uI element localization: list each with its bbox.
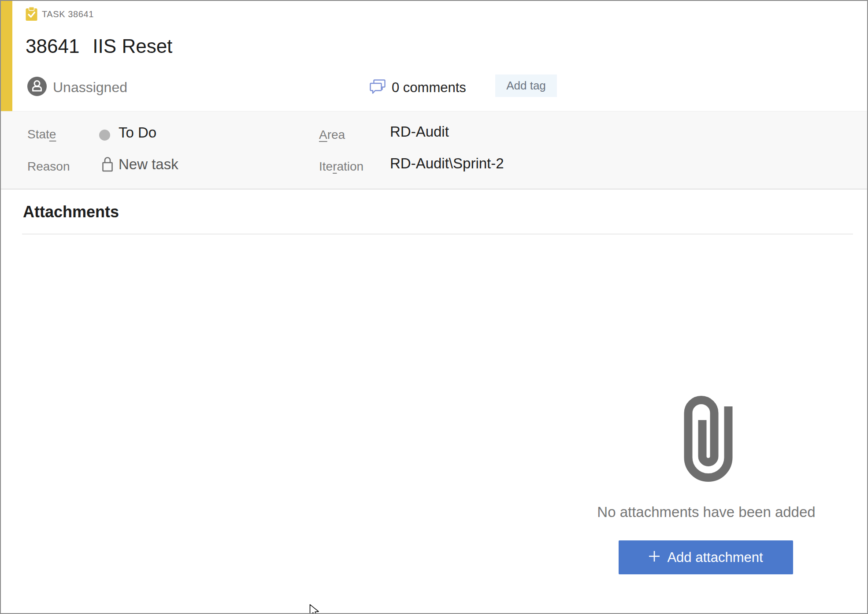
lock-icon <box>101 156 114 175</box>
speech-bubbles-icon <box>369 79 386 97</box>
attachments-heading: Attachments <box>23 203 119 221</box>
work-item-id: 38641 <box>26 35 79 57</box>
add-attachment-button[interactable]: Add attachment <box>619 540 793 574</box>
iteration-value[interactable]: RD-Audit\Sprint-2 <box>390 155 504 172</box>
person-icon <box>27 76 47 98</box>
state-label: State <box>27 127 56 141</box>
assignee-name: Unassigned <box>53 79 127 96</box>
fields-panel <box>1 111 867 190</box>
area-value[interactable]: RD-Audit <box>390 123 449 140</box>
paperclip-icon <box>684 395 733 484</box>
comments-link[interactable]: 0 comments <box>369 79 466 97</box>
work-item-type-accent-bar <box>1 1 12 111</box>
assignee-field[interactable]: Unassigned <box>27 76 127 98</box>
state-dot-icon <box>99 130 110 141</box>
area-label: Area <box>319 128 345 142</box>
reason-label: Reason <box>27 160 70 174</box>
attachments-empty-message: No attachments have been added <box>597 504 815 521</box>
iteration-label: Iteration <box>319 160 364 174</box>
state-value[interactable]: To Do <box>119 124 156 141</box>
add-attachment-label: Add attachment <box>667 550 763 566</box>
add-tag-button[interactable]: Add tag <box>495 74 557 97</box>
work-item-title[interactable]: 38641IIS Reset <box>26 35 172 57</box>
work-item-title-text: IIS Reset <box>93 35 172 57</box>
comments-count: 0 comments <box>392 80 466 96</box>
task-checklist-icon <box>26 7 37 23</box>
plus-icon <box>649 550 660 566</box>
attachments-divider <box>22 234 853 234</box>
work-item-type-label: TASK 38641 <box>42 9 94 19</box>
work-item-window: TASK 38641 38641IIS Reset Unassigned 0 c… <box>0 0 868 614</box>
reason-value: New task <box>119 156 178 173</box>
mouse-cursor <box>309 604 321 614</box>
